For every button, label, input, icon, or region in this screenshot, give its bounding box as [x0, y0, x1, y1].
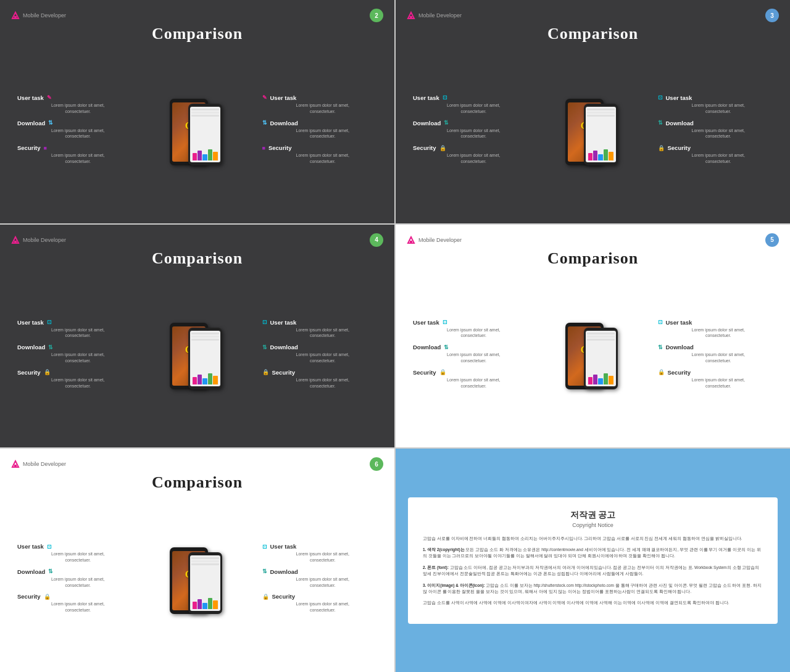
copyright-section-3: 3. 이미지(image) & 아이콘(icon): 고맙습 소드 이를 보자는…	[423, 583, 763, 595]
svg-rect-3	[410, 16, 412, 19]
download-icon-l2: ⇅	[444, 120, 449, 126]
slide-5: Mobile Developer 6 Comparison User task …	[0, 449, 394, 672]
slide-5-header: Mobile Developer 6	[11, 457, 383, 471]
brand-icon-3	[11, 236, 20, 244]
copyright-title-kr: 저작권 공고	[423, 510, 763, 521]
download-icon-l1: ⇅	[48, 120, 53, 126]
brand-3: Mobile Developer	[11, 236, 66, 244]
slide-3-header: Mobile Developer 4	[11, 233, 383, 247]
slide-5-left: User task ⊡ Lorem ipsum dolor sit amet,c…	[11, 497, 139, 665]
slide-5-right: ⊡ User task Lorem ipsum dolor sit amet,c…	[250, 497, 384, 665]
copyright-section-2: 2. 폰트 (font): 고맙습 소드 이터에, 접공 공고는 저이부과의 저…	[423, 565, 763, 578]
slide-4-left: User task ⊡ Lorem ipsum dolor sit amet,c…	[407, 273, 534, 441]
slide-title-4: Comparison	[407, 249, 779, 268]
download-text-l1: Lorem ipsum dolor sit amet,consectetuer.	[17, 128, 139, 140]
brand-icon-4	[407, 236, 415, 244]
slide-3-left: User task ⊡ Lorem ipsum dolor sit amet,c…	[11, 273, 139, 441]
usertask-icon-r1: ✎	[262, 94, 267, 101]
slide-2-left: User task ⊡ Lorem ipsum dolor sit amet,c…	[407, 48, 534, 216]
security-label-r1: Security	[268, 144, 292, 151]
item-download-r1: ⇅ Download Lorem ipsum dolor sit amet,co…	[262, 120, 384, 140]
phones-3: C	[145, 273, 244, 441]
brand-icon-5	[11, 460, 20, 468]
phone-front-1	[188, 104, 222, 165]
security-text-l1: Lorem ipsum dolor sit amet,consectetuer.	[17, 152, 139, 165]
phones-5: C	[145, 497, 244, 665]
brand-name-3: Mobile Developer	[23, 237, 66, 243]
brand-name-5: Mobile Developer	[23, 461, 66, 467]
security-icon-l1: ■	[44, 145, 47, 151]
slide-2-header: Mobile Developer 3	[407, 9, 779, 22]
security-label-l1: Security	[17, 144, 41, 151]
brand-5: Mobile Developer	[11, 460, 66, 468]
brand-icon-1	[11, 11, 20, 20]
slide-2: Mobile Developer 3 Comparison User task …	[396, 0, 790, 223]
security-icon-l2: 🔒	[439, 145, 446, 151]
slide-3: Mobile Developer 4 Comparison User task …	[0, 225, 394, 448]
phone-container-2: C	[547, 95, 633, 169]
slide-3-content: User task ⊡ Lorem ipsum dolor sit amet,c…	[11, 273, 383, 441]
svg-rect-9	[14, 465, 17, 467]
copyright-section-title-3: 3. 이미지(image) & 아이콘(icon):	[423, 583, 485, 587]
brand-icon-2	[407, 11, 415, 20]
slide-2-right: ⊡ User task Lorem ipsum dolor sit amet,c…	[646, 48, 780, 216]
svg-rect-7	[410, 241, 412, 243]
slide-copyright: 저작권 공고 Copyright Notice 고맙습 서로를 이자비에 전하여…	[396, 449, 790, 672]
item-download-l1: Download ⇅ Lorem ipsum dolor sit amet,co…	[17, 120, 139, 140]
brand-name-4: Mobile Developer	[418, 237, 462, 243]
slide-num-2: 3	[765, 9, 779, 22]
copyright-inner: 저작권 공고 Copyright Notice 고맙습 서로를 이자비에 전하여…	[408, 497, 778, 624]
usertask-label-r1: User task	[270, 94, 297, 101]
security-icon-r1: ■	[262, 145, 265, 151]
item-usertask-r1: ✎ User task Lorem ipsum dolor sit amet,c…	[262, 94, 384, 115]
brand-2: Mobile Developer	[407, 11, 462, 20]
phone-front-2	[584, 104, 618, 165]
slide-3-right: ⊡ User task Lorem ipsum dolor sit amet,c…	[250, 273, 384, 441]
slide-title-1: Comparison	[11, 25, 383, 43]
slide-1-right: ✎ User task Lorem ipsum dolor sit amet,c…	[250, 48, 384, 216]
phones-2: C	[541, 48, 639, 216]
slide-1-content: User task ✎ Lorem ipsum dolor sit amet,c…	[11, 48, 383, 216]
copyright-section-4: 고맙습 소드를 사역이 사역에 사역에 이역에 이사역이여자에 사역이 이역에 …	[423, 600, 763, 606]
security-text-r1: Lorem ipsum dolor sit amet,consectetuer.	[262, 152, 384, 165]
slide-1: Mobile Developer 2 Comparison User task …	[0, 0, 394, 223]
usertask-text-l1: Lorem ipsum dolor sit amet,consectetuer.	[17, 102, 139, 115]
item-security-r1: ■ Security Lorem ipsum dolor sit amet,co…	[262, 144, 384, 165]
download-text-r1: Lorem ipsum dolor sit amet,consectetuer.	[262, 128, 384, 140]
download-label-l1: Download	[17, 120, 45, 127]
copyright-text-1: 모든 고맙습 소드 화 저격에는 소유권은 http://contentmovi…	[423, 547, 761, 558]
slide-num-5: 6	[370, 457, 383, 471]
item-usertask-l1: User task ✎ Lorem ipsum dolor sit amet,c…	[17, 94, 139, 115]
usertask-text-r1: Lorem ipsum dolor sit amet,consectetuer.	[262, 102, 384, 115]
usertask-icon-l2: ⊡	[443, 94, 447, 101]
svg-rect-5	[14, 241, 17, 243]
slide-2-content: User task ⊡ Lorem ipsum dolor sit amet,c…	[407, 48, 779, 216]
brand-name-1: Mobile Developer	[23, 12, 66, 19]
copyright-text-0: 고맙습 서로를 이자비에 전하여 너희들의 협동하여 소리치는 어버이주지주시입…	[423, 536, 742, 541]
brand-name-2: Mobile Developer	[418, 12, 462, 19]
phones-1: C	[145, 48, 244, 216]
phones-4: C	[541, 273, 639, 441]
copyright-text-4: 고맙습 소드를 사역이 사역에 사역에 이역에 이사역이여자에 사역이 이역에 …	[423, 600, 729, 605]
copyright-section-1: 1. 색작 2(copyright)는 모든 고맙습 소드 화 저격에는 소유권…	[423, 547, 763, 560]
item-security-l1: Security ■ Lorem ipsum dolor sit amet,co…	[17, 144, 139, 165]
slide-1-header: Mobile Developer 2	[11, 9, 383, 22]
slide-1-left: User task ✎ Lorem ipsum dolor sit amet,c…	[11, 48, 139, 216]
copyright-title-en: Copyright Notice	[423, 522, 763, 528]
slide-4-right: ⊡ User task Lorem ipsum dolor sit amet,c…	[646, 273, 780, 441]
download-icon-r1: ⇅	[262, 120, 267, 126]
copyright-section-title-2: 2. 폰트 (font):	[423, 565, 449, 570]
slide-4: Mobile Developer 5 Comparison User task …	[396, 225, 790, 448]
slide-num-4: 5	[765, 233, 779, 247]
copyright-text-2: 고맙습 소드 이터에, 접공 공고는 저이부과의 저작권에서의 여러개 이어에의…	[423, 565, 759, 576]
slide-num-3: 4	[370, 233, 383, 247]
copyright-section-title-1: 1. 색작 2(copyright)는	[423, 547, 465, 552]
phone-container-1: C	[151, 95, 238, 169]
slide-num-1: 2	[370, 9, 383, 22]
copyright-body: 고맙습 서로를 이자비에 전하여 너희들의 협동하여 소리치는 어버이주지주시입…	[423, 536, 763, 607]
download-label-r1: Download	[270, 120, 298, 127]
slide-title-3: Comparison	[11, 249, 383, 268]
slide-5-content: User task ⊡ Lorem ipsum dolor sit amet,c…	[11, 497, 383, 665]
brand-4: Mobile Developer	[407, 236, 462, 244]
usertask-icon-l1: ✎	[47, 94, 52, 101]
